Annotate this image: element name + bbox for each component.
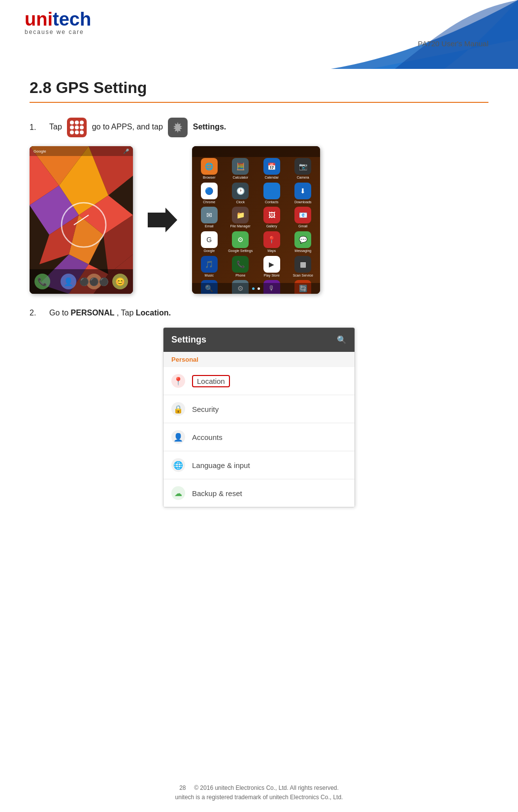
phone-apps-icon: ⚫⚫⚫ (86, 274, 102, 289)
step2-row: 2. Go to PERSONAL , Tap Location. (30, 309, 488, 317)
app-icon-maps: 📍 (263, 231, 280, 248)
app-icon-calculator: 🧮 (232, 158, 249, 175)
app-label-scan-service: Scan Service (293, 274, 313, 278)
location-icon: 📍 (171, 374, 185, 388)
settings-item-accounts[interactable]: 👤 Accounts (163, 423, 355, 451)
location-label: Location (192, 375, 230, 387)
app-item-google[interactable]: GGoogle (194, 230, 225, 254)
step1-text: Tap go to APPS, and tap (49, 118, 226, 137)
app-item-gallery[interactable]: 🖼Gallery (257, 206, 287, 229)
app-icon-google-settings: ⚙ (232, 231, 249, 248)
backup-label: Backup & reset (192, 489, 242, 498)
header-swoosh (272, 0, 518, 69)
app-label-google-settings: Google Settings (228, 249, 253, 253)
app-item-browser[interactable]: 🌐Browser (194, 157, 225, 181)
arrow-container (148, 208, 177, 232)
settings-panel: Settings 🔍 Personal 📍 Location 🔒 Securit… (163, 327, 355, 507)
app-icon-play-store: ▶ (263, 256, 280, 273)
app-label-calendar: Calendar (265, 176, 279, 180)
app-item-scan-service[interactable]: ▦Scan Service (288, 255, 319, 279)
app-label-clock: Clock (236, 200, 245, 204)
mic-icon: 🎤 (123, 149, 129, 154)
step1-text-middle: go to APPS, and tap (92, 123, 163, 131)
app-grid-screen: 🌐Browser🧮Calculator📅Calendar📷Camera🔵Chro… (192, 146, 320, 294)
screenshots-row: Google 🎤 📞 👤 ⚫⚫⚫ 😊 🌐Browser🧮Calculator📅C… (30, 146, 488, 294)
app-item-calendar[interactable]: 📅Calendar (257, 157, 287, 181)
settings-item-security[interactable]: 🔒 Security (163, 395, 355, 423)
app-label-browser: Browser (203, 176, 216, 180)
step2-location: Location. (136, 309, 171, 317)
app-item-phone[interactable]: 📞Phone (226, 255, 256, 279)
phone-bottom-bar: 📞 👤 ⚫⚫⚫ 😊 (30, 269, 133, 294)
app-item-contacts[interactable]: 👤Contacts (257, 182, 287, 205)
step2-go-to: Go to (49, 309, 68, 317)
page-header: unitech because we care PA720 User's Man… (0, 0, 518, 69)
settings-search-icon[interactable]: 🔍 (337, 335, 347, 344)
app-icon-downloads: ⬇ (294, 183, 311, 199)
app-item-camera[interactable]: 📷Camera (288, 157, 319, 181)
app-item-email[interactable]: ✉Email (194, 206, 225, 229)
app-item-maps[interactable]: 📍Maps (257, 230, 287, 254)
app-item-downloads[interactable]: ⬇Downloads (288, 182, 319, 205)
section-divider (30, 102, 488, 103)
app-icon-email: ✉ (201, 207, 218, 223)
app-icon-scan-service: ▦ (294, 256, 311, 273)
app-icon-phone: 📞 (232, 256, 249, 273)
app-item-chrome[interactable]: 🔵Chrome (194, 182, 225, 205)
app-label-gallery: Gallery (266, 224, 277, 228)
step2-personal: PERSONAL (71, 309, 115, 317)
app-icon-file-manager: 📁 (232, 207, 249, 223)
logo-highlight: uni (25, 9, 53, 30)
app-grid-bottom-bar (192, 283, 320, 294)
app-icon-calendar: 📅 (263, 158, 280, 175)
app-icon-contacts: 👤 (263, 183, 280, 199)
app-item-play-store[interactable]: ▶Play Store (257, 255, 287, 279)
phone-status-bar: Google 🎤 (30, 146, 133, 156)
direction-arrow (148, 208, 177, 232)
app-icon-camera: 📷 (294, 158, 311, 175)
step1-row: 1. Tap go to APPS, and tap (30, 118, 488, 137)
app-label-maps: Maps (267, 249, 276, 253)
logo-tagline: because we care (25, 29, 91, 35)
app-label-play-store: Play Store (264, 274, 280, 278)
app-item-file-manager[interactable]: 📁File Manager (226, 206, 256, 229)
app-item-google-settings[interactable]: ⚙Google Settings (226, 230, 256, 254)
app-item-gmail[interactable]: 📧Gmail (288, 206, 319, 229)
app-label-contacts: Contacts (265, 200, 279, 204)
backup-icon: ☁ (171, 486, 185, 500)
app-item-messaging[interactable]: 💬Messaging (288, 230, 319, 254)
footer-line1: © 2016 unitech Electronics Co., Ltd. All… (194, 784, 339, 791)
settings-header-title: Settings (171, 335, 206, 345)
app-icon-chrome: 🔵 (201, 183, 218, 199)
app-label-music: Music (205, 274, 214, 278)
app-item-music[interactable]: 🎵Music (194, 255, 225, 279)
app-label-messaging: Messaging (294, 249, 311, 253)
manual-title: PA720 User's Manual (418, 39, 489, 48)
google-text: Google (33, 149, 46, 154)
app-icon-gmail: 📧 (294, 207, 311, 223)
app-icon-gallery: 🖼 (263, 207, 280, 223)
step1-text-after: Settings. (193, 123, 227, 131)
page-number: 28 (179, 784, 186, 791)
step2-text: Go to PERSONAL , Tap Location. (49, 309, 171, 317)
section-title: 2.8 GPS Setting (30, 79, 488, 97)
step2-comma: , Tap (117, 309, 133, 317)
phone-contacts-icon: 👤 (61, 274, 76, 289)
app-label-chrome: Chrome (203, 200, 215, 204)
accounts-icon: 👤 (171, 430, 185, 444)
phone-messages-icon: 😊 (112, 274, 128, 289)
language-label: Language & input (192, 461, 250, 469)
settings-item-backup[interactable]: ☁ Backup & reset (163, 479, 355, 507)
settings-item-location[interactable]: 📍 Location (163, 367, 355, 395)
app-item-clock[interactable]: 🕐Clock (226, 182, 256, 205)
nav-dot-2 (258, 287, 260, 290)
app-grid-content: 🌐Browser🧮Calculator📅Calendar📷Camera🔵Chro… (194, 157, 318, 283)
app-item-calculator[interactable]: 🧮Calculator (226, 157, 256, 181)
app-label-phone: Phone (235, 274, 245, 278)
main-content: 2.8 GPS Setting 1. Tap go to APPS, and t… (0, 69, 518, 527)
apps-launcher-icon (67, 118, 87, 137)
phone-call-icon: 📞 (34, 274, 50, 289)
footer-line2: unitech is a registered trademark of uni… (175, 794, 343, 801)
app-icon-google: G (201, 231, 218, 248)
settings-item-language[interactable]: 🌐 Language & input (163, 451, 355, 479)
